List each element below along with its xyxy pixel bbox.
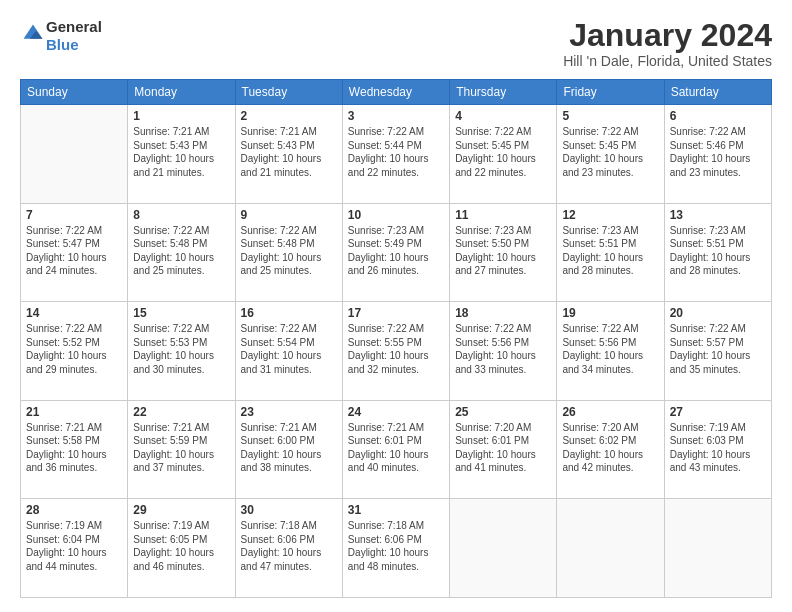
day-detail: Sunrise: 7:22 AMSunset: 5:46 PMDaylight:… [670,125,766,179]
calendar-cell: 22Sunrise: 7:21 AMSunset: 5:59 PMDayligh… [128,400,235,499]
calendar-cell: 18Sunrise: 7:22 AMSunset: 5:56 PMDayligh… [450,302,557,401]
day-number: 23 [241,405,337,419]
day-number: 11 [455,208,551,222]
calendar-cell [664,499,771,598]
calendar-cell: 1Sunrise: 7:21 AMSunset: 5:43 PMDaylight… [128,105,235,204]
day-number: 30 [241,503,337,517]
day-number: 6 [670,109,766,123]
calendar-week-5: 28Sunrise: 7:19 AMSunset: 6:04 PMDayligh… [21,499,772,598]
day-number: 16 [241,306,337,320]
day-number: 8 [133,208,229,222]
day-number: 4 [455,109,551,123]
calendar-cell: 16Sunrise: 7:22 AMSunset: 5:54 PMDayligh… [235,302,342,401]
day-detail: Sunrise: 7:21 AMSunset: 5:43 PMDaylight:… [241,125,337,179]
calendar-cell: 15Sunrise: 7:22 AMSunset: 5:53 PMDayligh… [128,302,235,401]
day-number: 5 [562,109,658,123]
logo-icon [22,23,44,45]
calendar-cell: 29Sunrise: 7:19 AMSunset: 6:05 PMDayligh… [128,499,235,598]
calendar-title: January 2024 [563,18,772,53]
day-detail: Sunrise: 7:21 AMSunset: 5:59 PMDaylight:… [133,421,229,475]
col-thursday: Thursday [450,80,557,105]
calendar-cell: 28Sunrise: 7:19 AMSunset: 6:04 PMDayligh… [21,499,128,598]
calendar-cell: 13Sunrise: 7:23 AMSunset: 5:51 PMDayligh… [664,203,771,302]
logo-blue: Blue [46,36,79,53]
calendar-cell [557,499,664,598]
calendar-cell: 4Sunrise: 7:22 AMSunset: 5:45 PMDaylight… [450,105,557,204]
calendar-cell: 27Sunrise: 7:19 AMSunset: 6:03 PMDayligh… [664,400,771,499]
calendar-header-row: Sunday Monday Tuesday Wednesday Thursday… [21,80,772,105]
day-number: 14 [26,306,122,320]
day-detail: Sunrise: 7:19 AMSunset: 6:03 PMDaylight:… [670,421,766,475]
day-number: 28 [26,503,122,517]
day-detail: Sunrise: 7:19 AMSunset: 6:05 PMDaylight:… [133,519,229,573]
day-number: 21 [26,405,122,419]
day-detail: Sunrise: 7:18 AMSunset: 6:06 PMDaylight:… [241,519,337,573]
day-detail: Sunrise: 7:22 AMSunset: 5:44 PMDaylight:… [348,125,444,179]
calendar-cell: 19Sunrise: 7:22 AMSunset: 5:56 PMDayligh… [557,302,664,401]
day-number: 29 [133,503,229,517]
calendar-cell: 21Sunrise: 7:21 AMSunset: 5:58 PMDayligh… [21,400,128,499]
calendar-subtitle: Hill 'n Dale, Florida, United States [563,53,772,69]
day-number: 13 [670,208,766,222]
day-number: 15 [133,306,229,320]
calendar-cell: 26Sunrise: 7:20 AMSunset: 6:02 PMDayligh… [557,400,664,499]
calendar-cell: 6Sunrise: 7:22 AMSunset: 5:46 PMDaylight… [664,105,771,204]
day-number: 1 [133,109,229,123]
day-detail: Sunrise: 7:20 AMSunset: 6:02 PMDaylight:… [562,421,658,475]
day-detail: Sunrise: 7:23 AMSunset: 5:51 PMDaylight:… [562,224,658,278]
logo-text: General Blue [46,18,102,54]
calendar-cell: 31Sunrise: 7:18 AMSunset: 6:06 PMDayligh… [342,499,449,598]
day-number: 25 [455,405,551,419]
day-detail: Sunrise: 7:22 AMSunset: 5:54 PMDaylight:… [241,322,337,376]
day-detail: Sunrise: 7:23 AMSunset: 5:49 PMDaylight:… [348,224,444,278]
col-sunday: Sunday [21,80,128,105]
header: General Blue January 2024 Hill 'n Dale, … [20,18,772,69]
logo: General Blue [20,18,102,54]
day-number: 26 [562,405,658,419]
day-number: 22 [133,405,229,419]
day-detail: Sunrise: 7:22 AMSunset: 5:53 PMDaylight:… [133,322,229,376]
day-detail: Sunrise: 7:23 AMSunset: 5:50 PMDaylight:… [455,224,551,278]
calendar-cell: 20Sunrise: 7:22 AMSunset: 5:57 PMDayligh… [664,302,771,401]
col-friday: Friday [557,80,664,105]
day-number: 17 [348,306,444,320]
day-number: 2 [241,109,337,123]
calendar-cell: 10Sunrise: 7:23 AMSunset: 5:49 PMDayligh… [342,203,449,302]
calendar-cell [450,499,557,598]
calendar-cell: 5Sunrise: 7:22 AMSunset: 5:45 PMDaylight… [557,105,664,204]
title-block: January 2024 Hill 'n Dale, Florida, Unit… [563,18,772,69]
day-number: 27 [670,405,766,419]
day-number: 19 [562,306,658,320]
logo-general: General [46,18,102,35]
calendar-week-1: 1Sunrise: 7:21 AMSunset: 5:43 PMDaylight… [21,105,772,204]
day-detail: Sunrise: 7:22 AMSunset: 5:45 PMDaylight:… [562,125,658,179]
day-detail: Sunrise: 7:21 AMSunset: 6:00 PMDaylight:… [241,421,337,475]
calendar-cell: 11Sunrise: 7:23 AMSunset: 5:50 PMDayligh… [450,203,557,302]
day-detail: Sunrise: 7:22 AMSunset: 5:56 PMDaylight:… [562,322,658,376]
calendar-cell: 17Sunrise: 7:22 AMSunset: 5:55 PMDayligh… [342,302,449,401]
page: General Blue January 2024 Hill 'n Dale, … [0,0,792,612]
day-number: 10 [348,208,444,222]
day-detail: Sunrise: 7:18 AMSunset: 6:06 PMDaylight:… [348,519,444,573]
col-tuesday: Tuesday [235,80,342,105]
calendar-cell: 12Sunrise: 7:23 AMSunset: 5:51 PMDayligh… [557,203,664,302]
day-number: 7 [26,208,122,222]
day-detail: Sunrise: 7:21 AMSunset: 6:01 PMDaylight:… [348,421,444,475]
calendar-cell: 8Sunrise: 7:22 AMSunset: 5:48 PMDaylight… [128,203,235,302]
col-wednesday: Wednesday [342,80,449,105]
day-detail: Sunrise: 7:22 AMSunset: 5:48 PMDaylight:… [133,224,229,278]
day-number: 12 [562,208,658,222]
day-detail: Sunrise: 7:22 AMSunset: 5:48 PMDaylight:… [241,224,337,278]
day-detail: Sunrise: 7:22 AMSunset: 5:47 PMDaylight:… [26,224,122,278]
day-detail: Sunrise: 7:23 AMSunset: 5:51 PMDaylight:… [670,224,766,278]
calendar-cell: 2Sunrise: 7:21 AMSunset: 5:43 PMDaylight… [235,105,342,204]
col-saturday: Saturday [664,80,771,105]
day-number: 24 [348,405,444,419]
day-detail: Sunrise: 7:22 AMSunset: 5:56 PMDaylight:… [455,322,551,376]
calendar-week-4: 21Sunrise: 7:21 AMSunset: 5:58 PMDayligh… [21,400,772,499]
calendar-cell: 7Sunrise: 7:22 AMSunset: 5:47 PMDaylight… [21,203,128,302]
calendar-cell: 23Sunrise: 7:21 AMSunset: 6:00 PMDayligh… [235,400,342,499]
day-detail: Sunrise: 7:22 AMSunset: 5:57 PMDaylight:… [670,322,766,376]
calendar-cell: 9Sunrise: 7:22 AMSunset: 5:48 PMDaylight… [235,203,342,302]
day-number: 20 [670,306,766,320]
